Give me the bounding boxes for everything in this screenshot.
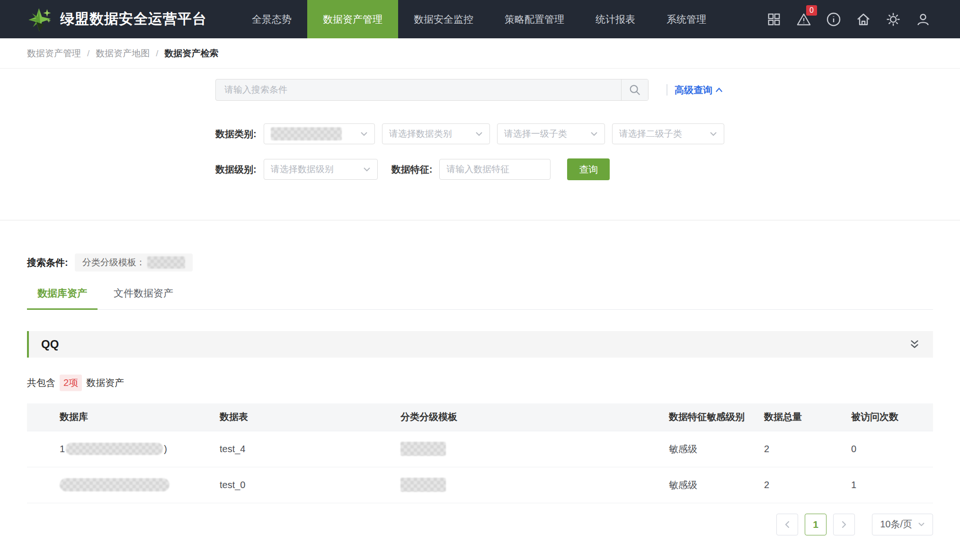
feature-input[interactable] <box>439 159 551 180</box>
summary-prefix: 共包含 <box>27 376 55 389</box>
main-nav: 全景态势 数据资产管理 数据安全监控 策略配置管理 统计报表 系统管理 <box>236 0 722 38</box>
nav-item-statistics-report[interactable]: 统计报表 <box>580 0 651 38</box>
chevron-down-icon <box>360 131 368 137</box>
conditions-label: 搜索条件: <box>27 256 68 269</box>
settings-gear-icon[interactable] <box>886 12 901 27</box>
col-sensitivity: 数据特征敏感级别 <box>669 403 764 431</box>
redacted-db-name <box>60 478 169 491</box>
alert-triangle-icon[interactable]: 0 <box>796 12 811 27</box>
asset-tabs: 数据库资产 文件数据资产 <box>27 284 933 310</box>
nav-item-system-management[interactable]: 系统管理 <box>651 0 722 38</box>
topbar: 绿盟数据安全运营平台 全景态势 数据资产管理 数据安全监控 策略配置管理 统计报… <box>0 0 960 38</box>
breadcrumb-separator: / <box>156 48 158 59</box>
category-label: 数据类别: <box>215 128 257 140</box>
chevron-down-icon <box>475 131 483 137</box>
redacted-template <box>400 478 446 492</box>
page-size-value: 10条/页 <box>880 518 912 531</box>
condition-chip: 分类分级模板： <box>75 254 193 271</box>
search-panel: 高级查询 数据类别: 请选择数据类别 请选择一级子类 <box>0 69 960 220</box>
next-page-button[interactable] <box>833 514 855 535</box>
summary-suffix: 数据资产 <box>86 376 124 389</box>
cell-sensitivity: 敏感级 <box>669 431 764 467</box>
nav-item-data-security-monitoring[interactable]: 数据安全监控 <box>398 0 489 38</box>
db-name-suffix: ) <box>164 444 167 455</box>
feature-label: 数据特征: <box>391 163 433 176</box>
advanced-query-label: 高级查询 <box>675 84 712 96</box>
nav-item-data-asset-management[interactable]: 数据资产管理 <box>307 0 398 38</box>
search-submit-button[interactable] <box>621 79 648 100</box>
redacted-db-name <box>66 443 163 455</box>
page-size-select[interactable]: 10条/页 <box>872 514 933 535</box>
query-button[interactable]: 查询 <box>567 158 610 180</box>
col-database: 数据库 <box>27 403 220 431</box>
asset-group-header[interactable]: QQ <box>27 331 933 358</box>
data-level-placeholder: 请选择数据级别 <box>271 163 334 175</box>
asset-table: 数据库 数据表 分类分级模板 数据特征敏感级别 数据总量 被访问次数 1 ) t… <box>27 403 933 503</box>
apps-grid-icon[interactable] <box>766 12 782 27</box>
sub-category-1-placeholder: 请选择一级子类 <box>504 128 567 140</box>
chevron-down-icon <box>710 131 717 137</box>
col-table: 数据表 <box>220 403 400 431</box>
sub-category-1-select[interactable]: 请选择一级子类 <box>497 123 605 144</box>
breadcrumb-separator: / <box>87 48 89 59</box>
data-level-select[interactable]: 请选择数据级别 <box>264 159 378 180</box>
cell-database: 1 ) <box>27 431 220 467</box>
redacted-selected-value <box>271 127 342 140</box>
redacted-template <box>400 442 446 456</box>
chevron-down-icon <box>363 166 371 172</box>
asset-group-title: QQ <box>41 338 59 351</box>
cell-table-name: test_4 <box>220 431 400 467</box>
cell-visits: 0 <box>851 431 933 467</box>
breadcrumb-item-1[interactable]: 数据资产管理 <box>27 47 81 60</box>
table-row[interactable]: 1 ) test_4 敏感级 2 0 <box>27 431 933 467</box>
cell-total: 2 <box>764 431 851 467</box>
user-icon[interactable] <box>916 12 931 27</box>
prev-page-button[interactable] <box>776 514 798 535</box>
table-row[interactable]: test_0 敏感级 2 1 <box>27 467 933 503</box>
cell-visits: 1 <box>851 467 933 503</box>
pagination: 1 10条/页 <box>27 514 933 554</box>
tab-file-assets[interactable]: 文件数据资产 <box>103 284 184 309</box>
cell-database <box>27 467 220 503</box>
info-circle-icon[interactable] <box>826 12 841 27</box>
level-label: 数据级别: <box>215 163 257 176</box>
page-number-button[interactable]: 1 <box>805 514 827 535</box>
breadcrumb-current: 数据资产检索 <box>165 47 219 60</box>
sub-category-2-placeholder: 请选择二级子类 <box>619 128 682 140</box>
keyword-search-input[interactable] <box>216 79 621 100</box>
nav-item-overview[interactable]: 全景态势 <box>236 0 307 38</box>
alert-badge: 0 <box>806 5 817 16</box>
double-chevron-down-icon[interactable] <box>908 339 921 350</box>
chevron-down-icon <box>590 131 598 137</box>
chevron-up-icon <box>715 87 723 93</box>
topbar-icons: 0 <box>766 0 960 38</box>
brand: 绿盟数据安全运营平台 <box>0 0 207 38</box>
brand-logo-icon <box>26 6 53 33</box>
cell-template <box>400 431 669 467</box>
cell-sensitivity: 敏感级 <box>669 467 764 503</box>
home-icon[interactable] <box>856 12 871 27</box>
search-conditions: 搜索条件: 分类分级模板： <box>27 254 960 271</box>
col-visits: 被访问次数 <box>851 403 933 431</box>
data-category-select[interactable]: 请选择数据类别 <box>382 123 490 144</box>
chevron-down-icon <box>918 522 925 527</box>
nav-item-policy-config[interactable]: 策略配置管理 <box>489 0 580 38</box>
divider <box>667 84 667 96</box>
col-total: 数据总量 <box>764 403 851 431</box>
asset-count-summary: 共包含 2项 数据资产 <box>27 375 960 391</box>
breadcrumb: 数据资产管理 / 数据资产地图 / 数据资产检索 <box>0 38 960 69</box>
redacted-template-name <box>147 256 185 269</box>
breadcrumb-item-2[interactable]: 数据资产地图 <box>96 47 150 60</box>
data-category-placeholder: 请选择数据类别 <box>389 128 452 140</box>
sub-category-2-select[interactable]: 请选择二级子类 <box>612 123 724 144</box>
cell-table-name: test_0 <box>220 467 400 503</box>
col-template: 分类分级模板 <box>400 403 669 431</box>
app-title: 绿盟数据安全运营平台 <box>60 9 207 29</box>
keyword-search-box <box>215 79 649 101</box>
db-name-prefix: 1 <box>60 444 65 455</box>
search-icon <box>629 84 641 96</box>
tab-database-assets[interactable]: 数据库资产 <box>27 284 98 310</box>
condition-chip-prefix: 分类分级模板： <box>82 256 145 269</box>
template-select[interactable] <box>264 123 375 144</box>
advanced-query-link[interactable]: 高级查询 <box>675 84 723 96</box>
